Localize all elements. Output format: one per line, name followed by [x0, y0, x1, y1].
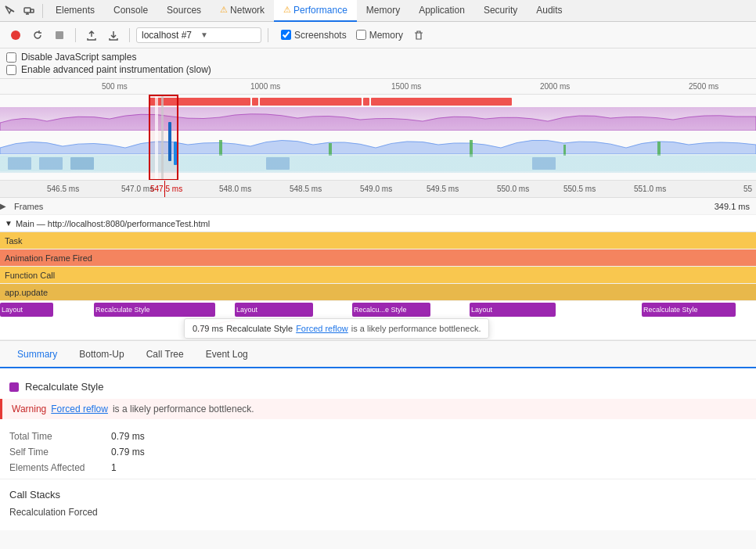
mini-bars-row[interactable]: Layout Recalculate Style Layout Recalcu.…: [0, 301, 756, 340]
animation-fill: [0, 249, 756, 266]
function-label: Function Call: [0, 271, 59, 280]
forced-reflow-link[interactable]: Forced reflow: [51, 404, 108, 414]
reload-record-button[interactable]: [28, 26, 47, 45]
screenshots-checkbox[interactable]: [281, 30, 291, 40]
url-dropdown-arrow: ▼: [200, 30, 256, 39]
detail-time-550: 550.0 ms: [497, 185, 529, 193]
svg-rect-14: [70, 157, 94, 170]
detail-time-547: 547.0 ms: [121, 185, 153, 193]
selection-bar-blue2: [174, 142, 177, 165]
tab-summary[interactable]: Summary: [6, 341, 68, 368]
record-button[interactable]: [6, 26, 25, 45]
tab-network[interactable]: ⚠ Network: [211, 0, 274, 22]
tab-console[interactable]: Console: [104, 0, 157, 22]
devtools-icons: [3, 4, 43, 18]
cpu-usage-row: [149, 98, 756, 106]
svg-point-4: [11, 30, 20, 40]
tooltip-time: 0.79 ms: [193, 324, 223, 333]
detail-time-5495: 549.5 ms: [427, 185, 459, 193]
tab-performance[interactable]: ⚠ Performance: [274, 0, 357, 22]
clear-button[interactable]: [409, 26, 428, 45]
memory-checkbox[interactable]: [356, 30, 366, 40]
summary-title: Recalculate Style: [0, 378, 756, 399]
time-label-1000: 1000 ms: [250, 82, 280, 91]
toolbar-divider-2: [129, 28, 130, 42]
timeline-area: 500 ms 1000 ms 1500 ms 2000 ms 2500 ms: [0, 79, 756, 341]
total-time-val: 0.79 ms: [111, 431, 145, 442]
summary-title-text: Recalculate Style: [25, 381, 103, 393]
call-stacks-title: Call Stacks: [0, 479, 756, 504]
svg-rect-1: [31, 9, 34, 13]
screenshots-row: [0, 154, 756, 173]
url-selector[interactable]: localhost #7 ▼: [136, 27, 261, 43]
tab-event-log[interactable]: Event Log: [195, 341, 259, 368]
mini-bar-recalc-1[interactable]: Recalculate Style: [94, 303, 215, 317]
download-button[interactable]: [104, 26, 123, 45]
frames-row[interactable]: ▶ Frames 349.1 ms: [0, 198, 756, 215]
time-ruler[interactable]: 500 ms 1000 ms 1500 ms 2000 ms 2500 ms: [0, 79, 756, 95]
disable-js-samples-checkbox[interactable]: [6, 52, 16, 63]
tooltip-event: Recalculate Style: [226, 324, 293, 333]
svg-rect-13: [39, 157, 63, 170]
main-expand-arrow[interactable]: ▼: [5, 219, 13, 228]
tooltip-forced-reflow[interactable]: Forced reflow: [296, 324, 348, 333]
mini-bar-recalc-2[interactable]: Recalcu...e Style: [352, 303, 430, 317]
tab-security[interactable]: Security: [474, 0, 527, 22]
time-label-2000: 2000 ms: [540, 82, 570, 91]
app-update-fill: [0, 284, 756, 300]
time-label-500: 500 ms: [102, 82, 128, 91]
mini-bar-layout-1[interactable]: Layout: [0, 303, 53, 317]
tab-bottom-up[interactable]: Bottom-Up: [68, 341, 135, 368]
mini-bar-recalc-3[interactable]: Recalculate Style: [642, 303, 736, 317]
summary-panel: Recalculate Style Warning Forced reflow …: [0, 368, 756, 530]
elements-val: 1: [111, 462, 117, 473]
heap-wave: [0, 107, 756, 131]
disable-js-samples-option[interactable]: Disable JavaScript samples: [6, 52, 750, 63]
upload-button[interactable]: [82, 26, 101, 45]
tab-application[interactable]: Application: [409, 0, 474, 22]
detail-time-551: 551.0 ms: [634, 185, 666, 193]
detail-time-549: 549.0 ms: [360, 185, 392, 193]
frames-expand-arrow[interactable]: ▶: [0, 202, 6, 210]
selection-box[interactable]: [149, 95, 178, 181]
flame-chart-overview[interactable]: [0, 95, 756, 181]
function-call-row[interactable]: Function Call: [0, 267, 756, 284]
tab-call-tree[interactable]: Call Tree: [135, 341, 195, 368]
options-panel: Disable JavaScript samples Enable advanc…: [0, 48, 756, 79]
warning-row: Warning Forced reflow is a likely perfor…: [0, 399, 756, 419]
inspect-icon[interactable]: [3, 4, 17, 18]
selection-bar-1: [155, 96, 158, 179]
svg-rect-11: [0, 156, 756, 171]
performance-warning-icon: ⚠: [283, 5, 291, 15]
call-stack-item: Recalculation Forced: [0, 504, 756, 521]
frames-label: Frames: [9, 202, 48, 211]
enable-paint-checkbox[interactable]: [6, 65, 16, 75]
warning-label: Warning: [12, 404, 46, 414]
tab-audits[interactable]: Audits: [527, 0, 571, 22]
screenshots-checkbox-label[interactable]: Screenshots: [281, 30, 347, 41]
mini-bar-layout-3[interactable]: Layout: [470, 303, 556, 317]
tab-elements[interactable]: Elements: [46, 0, 104, 22]
time-cursor-line: [164, 181, 165, 198]
memory-checkbox-label[interactable]: Memory: [356, 30, 403, 41]
frames-count: 349.1 ms: [715, 202, 750, 211]
animation-frame-row[interactable]: Animation Frame Fired: [0, 249, 756, 267]
network-warning-icon: ⚠: [220, 5, 228, 15]
total-time-key: Total Time: [9, 431, 111, 442]
summary-color-dot: [9, 382, 19, 392]
enable-paint-option[interactable]: Enable advanced paint instrumentation (s…: [6, 64, 750, 75]
stop-button[interactable]: [50, 26, 69, 45]
elements-key: Elements Affected: [9, 462, 111, 473]
app-update-row[interactable]: app.update: [0, 284, 756, 301]
main-section-header[interactable]: ▼ Main — http://localhost:8080/performan…: [0, 215, 756, 232]
tab-memory[interactable]: Memory: [357, 0, 409, 22]
task-row[interactable]: Task: [0, 232, 756, 249]
tab-sources[interactable]: Sources: [157, 0, 211, 22]
mini-bar-layout-2[interactable]: Layout: [235, 303, 313, 317]
function-fill: [0, 267, 756, 283]
detail-time-ruler[interactable]: 546.5 ms 547.0 ms 547.5 ms 548.0 ms 548.…: [0, 181, 756, 198]
device-toolbar-icon[interactable]: [22, 4, 36, 18]
detail-table: Total Time 0.79 ms Self Time 0.79 ms Ele…: [0, 425, 756, 479]
task-label: Task: [0, 236, 27, 246]
performance-toolbar: localhost #7 ▼ Screenshots Memory: [0, 22, 756, 48]
